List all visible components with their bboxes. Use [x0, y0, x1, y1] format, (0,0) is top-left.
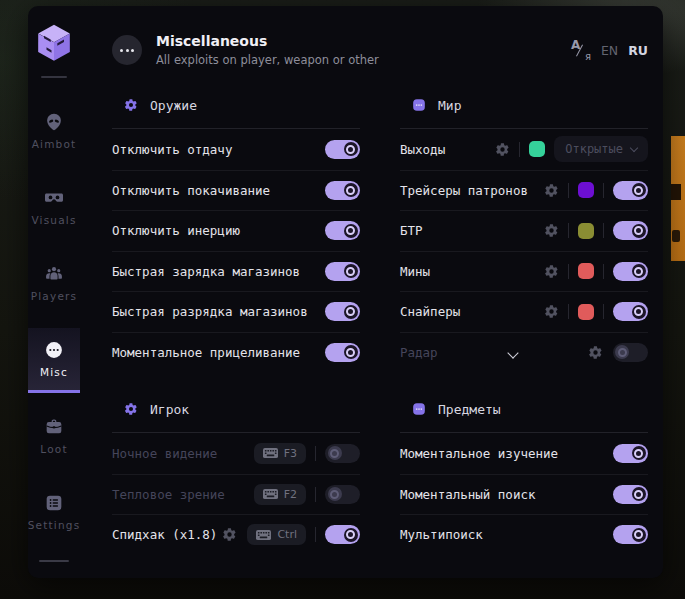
- sidebar-nav: Aimbot Visuals Play: [28, 92, 80, 543]
- row-label: Ночное видение: [112, 446, 217, 461]
- setting-row: Тепловое зрение F2: [112, 474, 360, 515]
- toggle-no-sway[interactable]: [325, 181, 360, 200]
- separator: [315, 527, 316, 542]
- keybind-badge[interactable]: F3: [254, 443, 306, 464]
- keybind-label: F2: [284, 488, 297, 501]
- toggle-row: Моментальное прицеливание: [112, 332, 360, 373]
- toggle-fast-reload[interactable]: [325, 262, 360, 281]
- separator: [568, 183, 569, 198]
- row-label: Отключить отдачу: [112, 142, 232, 157]
- row-label: Радар: [400, 345, 438, 360]
- dots-square-icon: [412, 402, 426, 416]
- sidebar-item-visuals[interactable]: Visuals: [28, 176, 80, 238]
- toggle-no-inertia[interactable]: [325, 221, 360, 240]
- page-header: Miscellaneous All exploits on player, we…: [112, 28, 648, 72]
- gear-icon: [124, 98, 138, 112]
- toggle-row: Отключить инерцию: [112, 210, 360, 251]
- toggle-instant-ads[interactable]: [325, 343, 360, 362]
- section-items-header: Предметы: [400, 398, 648, 420]
- sidebar-divider: [41, 76, 67, 78]
- toggle-instant-research[interactable]: [613, 444, 648, 463]
- toggle-row: Быстрая зарядка магазинов: [112, 251, 360, 292]
- gear-icon[interactable]: [544, 183, 559, 198]
- row-label: Моментальное прицеливание: [112, 345, 300, 360]
- gear-icon[interactable]: [588, 345, 603, 360]
- sidebar-item-aimbot[interactable]: Aimbot: [28, 100, 80, 162]
- color-swatch[interactable]: [529, 141, 545, 157]
- page-title-block: Miscellaneous All exploits on player, we…: [156, 33, 379, 67]
- color-swatch[interactable]: [578, 304, 594, 320]
- separator: [519, 142, 520, 157]
- chevron-down-icon[interactable]: [507, 348, 518, 359]
- briefcase-icon: [44, 417, 64, 437]
- color-swatch[interactable]: [578, 182, 594, 198]
- keybind-badge[interactable]: Ctrl: [247, 524, 306, 545]
- row-label: Отключить покачивание: [112, 183, 270, 198]
- sidebar-item-loot[interactable]: Loot: [28, 405, 80, 467]
- ellipsis-circle-icon: [44, 340, 64, 360]
- toggle-multi-loot[interactable]: [613, 525, 648, 544]
- gear-icon[interactable]: [495, 142, 510, 157]
- alien-icon: [44, 112, 64, 132]
- row-label: Мины: [400, 264, 430, 279]
- separator: [315, 446, 316, 461]
- section-player: Игрок Ночное видение F3: [112, 398, 360, 555]
- setting-row: Снайперы: [400, 291, 648, 332]
- exits-dropdown[interactable]: Открытые: [554, 136, 648, 162]
- setting-row: Трейсеры патронов: [400, 170, 648, 211]
- gear-icon[interactable]: [222, 527, 237, 542]
- keybind-badge[interactable]: F2: [254, 484, 306, 505]
- setting-row: Мины: [400, 251, 648, 292]
- sections-grid: Оружие Отключить отдачу Отключить покачи…: [112, 94, 648, 555]
- toggle-radar[interactable]: [613, 343, 648, 362]
- vr-goggles-icon: [44, 188, 64, 208]
- lang-ru-button[interactable]: RU: [628, 43, 648, 58]
- gear-icon[interactable]: [544, 264, 559, 279]
- sidebar-item-label: Visuals: [31, 214, 76, 226]
- separator: [603, 304, 604, 319]
- toggle-instant-loot[interactable]: [613, 485, 648, 504]
- toggle-no-recoil[interactable]: [325, 140, 360, 159]
- sidebar-item-players[interactable]: Players: [28, 252, 80, 314]
- app-logo: [34, 22, 74, 66]
- toggle-row: Моментальное изучение: [400, 433, 648, 474]
- row-label: Тепловое зрение: [112, 487, 225, 502]
- setting-row: Спидхак (x1.8) Ctrl: [112, 514, 360, 555]
- background-game-sign: [671, 136, 685, 261]
- separator: [603, 223, 604, 238]
- row-label: Трейсеры патронов: [400, 183, 528, 198]
- row-label: БТР: [400, 223, 423, 238]
- language-switcher: Aя EN RU: [571, 40, 648, 60]
- section-weapon: Оружие Отключить отдачу Отключить покачи…: [112, 94, 360, 372]
- keyboard-icon: [256, 530, 271, 540]
- toggle-mines[interactable]: [613, 262, 648, 281]
- lang-en-button[interactable]: EN: [601, 43, 618, 58]
- sidebar-item-settings[interactable]: Settings: [28, 481, 80, 543]
- toggle-btr[interactable]: [613, 221, 648, 240]
- toggle-snipers[interactable]: [613, 302, 648, 321]
- toggle-row: Быстрая разрядка магазинов: [112, 291, 360, 332]
- keybind-label: F3: [284, 447, 297, 460]
- dropdown-value: Открытые: [565, 142, 623, 156]
- sidebar-bottom-divider: [39, 560, 69, 562]
- toggle-bullet-tracers[interactable]: [613, 181, 648, 200]
- sidebar-item-label: Players: [31, 290, 78, 302]
- dots-square-icon: [412, 98, 426, 112]
- translate-icon: Aя: [571, 40, 591, 60]
- color-swatch[interactable]: [578, 223, 594, 239]
- setting-row: БТР: [400, 210, 648, 251]
- gear-icon[interactable]: [544, 304, 559, 319]
- row-label: Моментальное изучение: [400, 446, 558, 461]
- toggle-row: Отключить отдачу: [112, 129, 360, 170]
- toggle-fast-unload[interactable]: [325, 302, 360, 321]
- gear-icon[interactable]: [544, 223, 559, 238]
- toggle-thermal-vision[interactable]: [325, 485, 360, 504]
- sidebar-item-label: Misc: [40, 366, 68, 378]
- sidebar-item-misc[interactable]: Misc: [28, 328, 80, 393]
- section-world-header: Мир: [400, 94, 648, 116]
- toggle-speedhack[interactable]: [325, 525, 360, 544]
- separator: [603, 264, 604, 279]
- color-swatch[interactable]: [578, 263, 594, 279]
- row-label: Отключить инерцию: [112, 223, 240, 238]
- toggle-night-vision[interactable]: [325, 444, 360, 463]
